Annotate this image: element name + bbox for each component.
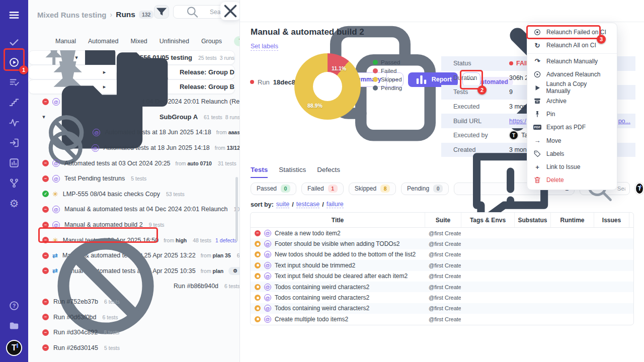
run-tests-count: 6 tests bbox=[104, 299, 120, 305]
test-row[interactable]: @Text input should be trimmed2@first Cre… bbox=[251, 260, 634, 270]
run-defects-link[interactable]: 1 defects bbox=[215, 237, 237, 243]
run-list-item[interactable]: −Run #d304c8928 tests bbox=[28, 325, 240, 340]
runs-tab-groups[interactable]: Groups bbox=[201, 38, 222, 45]
menu-item-launch-a-copy-manually[interactable]: Launch a Copy Manually bbox=[527, 81, 617, 94]
skipped-status-icon bbox=[255, 316, 261, 322]
test-suite-cell: @first Create ... bbox=[425, 316, 461, 322]
menu-item-label: Link to Issue bbox=[546, 163, 580, 170]
trash-icon bbox=[533, 176, 541, 184]
column-header-assigned-to[interactable]: Assigned To bbox=[629, 213, 634, 227]
sidebar-item-menu[interactable] bbox=[0, 5, 28, 25]
test-row[interactable]: @New todos should be added to the bottom… bbox=[251, 249, 634, 260]
filter-chip-pending[interactable]: Pending0 bbox=[401, 183, 449, 195]
sidebar-item-folder[interactable] bbox=[0, 316, 28, 336]
runs-tab-mixed[interactable]: Mixed bbox=[130, 38, 147, 45]
runs-tab-unfinished[interactable]: Unfinished bbox=[159, 38, 189, 45]
tag-icon bbox=[533, 150, 541, 158]
build-url-link-end[interactable]: po... bbox=[618, 118, 635, 125]
run-list-item[interactable]: −Run #752eb37b6 tests bbox=[28, 294, 240, 310]
column-header-suite[interactable]: Suite bbox=[425, 213, 461, 227]
runs-tab-automated[interactable]: Automated bbox=[88, 38, 118, 45]
runs-tab-to[interactable]: To bbox=[234, 36, 240, 46]
sidebar-item-import[interactable] bbox=[0, 133, 28, 153]
group-runs-count: 8 runs bbox=[225, 114, 240, 120]
run-list-item[interactable]: Run #b86b940d6 tests bbox=[28, 279, 240, 294]
filter-chip-failed[interactable]: Failed1 bbox=[301, 183, 344, 195]
menu-item-pin[interactable]: Pin bbox=[527, 108, 617, 121]
sidebar-item-branch[interactable] bbox=[0, 173, 28, 193]
automated-run-icon: @ bbox=[264, 316, 271, 323]
menu-item-relaunch-failed-on-ci[interactable]: Relaunch Failed on CI3 bbox=[527, 26, 617, 39]
user-avatar[interactable]: T bbox=[6, 340, 22, 356]
manual-run-icon: ✳ bbox=[52, 191, 58, 198]
tab-tests[interactable]: Tests bbox=[251, 166, 268, 178]
play-circle-sm-icon bbox=[533, 70, 541, 78]
filter-chip-passed[interactable]: Passed0 bbox=[251, 183, 296, 195]
tab-defects[interactable]: Defects bbox=[317, 166, 340, 178]
test-title-cell: @Footer should be visible when adding TO… bbox=[251, 240, 425, 247]
menu-item-export-as-pdf[interactable]: PDFExport as PDF bbox=[527, 121, 617, 134]
column-header-title[interactable]: Title bbox=[251, 213, 425, 227]
menu-item-move[interactable]: →Move bbox=[527, 134, 617, 147]
menu-item-relaunch-manually[interactable]: ↷Relaunch Manually bbox=[527, 55, 617, 68]
filter-button[interactable] bbox=[154, 5, 169, 19]
menu-item-labels[interactable]: Labels bbox=[527, 147, 617, 160]
column-header-substatus[interactable]: Substatus bbox=[514, 213, 550, 227]
test-suite-cell: @first Create ... bbox=[425, 262, 461, 268]
run-list-item[interactable]: ✓✳LMP-555 08/04 basic checks Copy53 test… bbox=[28, 187, 240, 202]
run-list-item[interactable]: −Run #26d301455 tests bbox=[28, 340, 240, 356]
tests-search-input[interactable] bbox=[617, 186, 625, 192]
breadcrumb-project[interactable]: Mixed Runs testing bbox=[37, 11, 107, 19]
sidebar-item-list-check[interactable] bbox=[0, 72, 28, 93]
column-header-tags-envs[interactable]: Tags & Envs bbox=[461, 213, 514, 227]
test-row[interactable]: −@Create a new todo item2@first Create .… bbox=[251, 228, 634, 238]
run-list-item[interactable]: −@Manual & automated tests at 04 Dec 202… bbox=[28, 202, 240, 217]
sidebar-item-check[interactable] bbox=[0, 32, 28, 52]
run-from: from auto 0710 bbox=[176, 160, 212, 166]
archive-icon bbox=[533, 97, 541, 105]
test-row[interactable]: @Create multiple todo items2@first Creat… bbox=[251, 314, 634, 324]
app: ⚙ ?T 1 Mixed Runs testing › Runs 132 Man… bbox=[0, 0, 644, 362]
info-label: Executed bbox=[441, 103, 509, 110]
breadcrumb-section: Runs bbox=[116, 10, 135, 19]
sort-link-testcase[interactable]: testcase bbox=[296, 201, 320, 208]
test-row[interactable]: @Text input field should be cleared afte… bbox=[251, 271, 634, 282]
menu-item-archive[interactable]: Archive bbox=[527, 94, 617, 107]
menu-item-advanced-relaunch[interactable]: Advanced Relaunch bbox=[527, 68, 617, 81]
runs-list-scrollbar[interactable] bbox=[235, 177, 238, 241]
runs-panel-close-button[interactable] bbox=[220, 2, 240, 20]
test-row[interactable]: @Todos containing weird characters2@firs… bbox=[251, 282, 634, 292]
test-row[interactable]: @Footer should be visible when adding TO… bbox=[251, 238, 634, 249]
build-url-link[interactable]: https:/ bbox=[509, 118, 526, 125]
help-icon: ? bbox=[9, 300, 20, 311]
test-suite-cell: @first Create ... bbox=[425, 241, 461, 247]
test-title-cell: @Text input field should be cleared afte… bbox=[251, 273, 425, 280]
relaunch-icon: ↻ bbox=[533, 42, 541, 49]
run-list-item[interactable]: −@Automated tests at 03 Oct 2024 20:25fr… bbox=[28, 155, 240, 171]
column-header-runtime[interactable]: Runtime bbox=[550, 213, 594, 227]
sort-link-failure[interactable]: failure bbox=[327, 201, 344, 208]
menu-item-label: Relaunch Failed on CI bbox=[546, 29, 606, 36]
test-row[interactable]: @Todos containing weird characters2@firs… bbox=[251, 292, 634, 303]
runs-tab-manual[interactable]: Manual bbox=[55, 38, 76, 45]
sidebar-item-chart[interactable] bbox=[0, 153, 28, 173]
column-header-issues[interactable]: Issues bbox=[594, 213, 629, 227]
menu-item-link-to-issue[interactable]: +Link to Issue bbox=[527, 160, 617, 173]
sort-link-suite[interactable]: suite bbox=[276, 201, 289, 208]
results-donut-chart: 11.1% 88.9% bbox=[294, 53, 361, 120]
donut-label-skipped: 88.9% bbox=[307, 103, 323, 109]
sidebar-item-steps[interactable] bbox=[0, 93, 28, 113]
menu-item-delete[interactable]: Delete bbox=[527, 173, 617, 187]
filter-chip-skipped[interactable]: Skipped8 bbox=[349, 183, 396, 195]
run-list-item[interactable]: −@Test Pending testruns5 tests bbox=[28, 171, 240, 187]
set-labels-link[interactable]: Set labels bbox=[251, 43, 278, 51]
sidebar-item-help[interactable]: ? bbox=[0, 296, 28, 316]
group-tests-count: 25 tests bbox=[198, 55, 217, 61]
run-list-item[interactable]: @Automated tests at 18 Jun 2025 14:18fro… bbox=[28, 140, 240, 156]
sidebar-item-activity[interactable] bbox=[0, 113, 28, 133]
sidebar-item-settings[interactable]: ⚙ bbox=[0, 193, 28, 213]
test-row[interactable]: @Todos containing weird characters2@firs… bbox=[251, 303, 634, 314]
tab-statistics[interactable]: Statistics bbox=[279, 166, 306, 178]
run-list-item[interactable]: −Run #0d63f0bd6 tests bbox=[28, 309, 240, 325]
assignee-avatar[interactable]: T bbox=[635, 183, 644, 195]
